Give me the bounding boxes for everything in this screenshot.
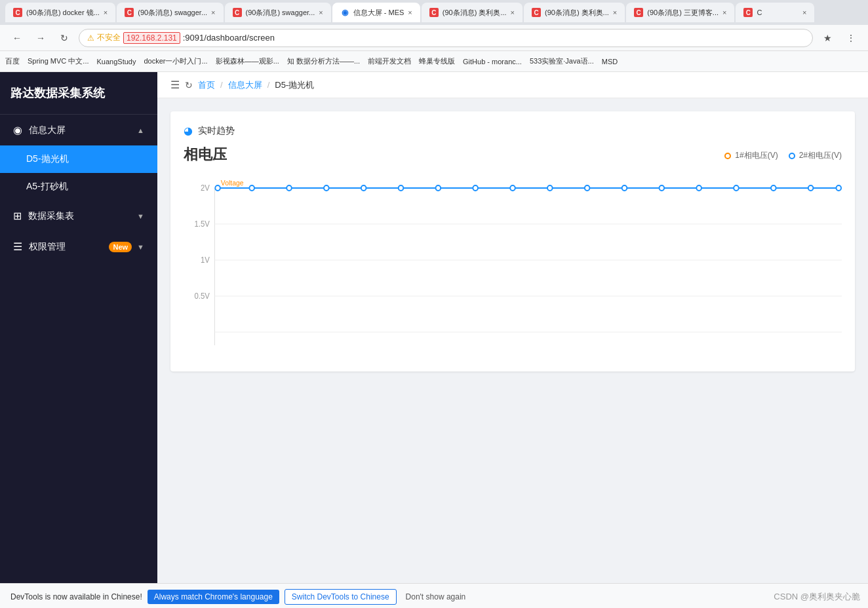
dismiss-button[interactable]: Don't show again — [402, 590, 470, 604]
tab-label-4: 信息大屏 - MES — [353, 8, 404, 18]
tab-label-1: (90条消息) docker 镜... — [26, 8, 100, 18]
svg-point-27 — [808, 185, 814, 191]
switch-devtools-button[interactable]: Switch DevTools to Chinese — [285, 589, 397, 605]
svg-point-17 — [436, 185, 441, 191]
match-language-button[interactable]: Always match Chrome's language — [148, 590, 279, 604]
tab-label-6: (90条消息) 奥利奥... — [545, 8, 609, 18]
bookmark-MSD[interactable]: MSD — [602, 58, 618, 66]
security-warning-icon: ⚠ — [87, 33, 94, 43]
tab-close-5[interactable]: × — [511, 9, 515, 16]
bookmark-Spring-MVC-中文...[interactable]: Spring MVC 中文... — [28, 56, 89, 66]
browser-tab-6[interactable]: C(90条消息) 奥利奥...× — [524, 3, 625, 22]
bookmark-KuangStudy[interactable]: KuangStudy — [97, 58, 136, 66]
sidebar-logo: 路达数据采集系统 — [0, 72, 157, 115]
sidebar-item-a5[interactable]: A5-打砂机 — [0, 173, 157, 200]
bookmark-影视森林——观影...[interactable]: 影视森林——观影... — [216, 56, 279, 66]
browser-tab-3[interactable]: C(90条消息) swagger...× — [225, 3, 331, 22]
address-highlight: 192.168.2.131 — [123, 32, 180, 44]
tab-favicon-8: C — [743, 8, 753, 17]
svg-text:Voltage: Voltage — [221, 179, 244, 187]
svg-point-13 — [286, 185, 292, 191]
infoscreen-icon: ◉ — [13, 124, 22, 136]
chevron-down-icon: ▼ — [137, 212, 144, 220]
tabs-container: C(90条消息) docker 镜...×C(90条消息) swagger...… — [5, 3, 863, 22]
tab-label-8: C — [757, 9, 762, 16]
breadcrumb-current: D5-抛光机 — [275, 79, 314, 91]
sidebar-datacollect-label: 数据采集表 — [28, 210, 74, 222]
datacollect-icon: ⊞ — [13, 210, 22, 222]
tab-favicon-3: C — [233, 8, 242, 17]
breadcrumb-sep2: / — [267, 80, 270, 90]
permissions-chevron-icon: ▼ — [137, 243, 144, 251]
bookmarks-button[interactable]: ★ — [818, 29, 837, 47]
breadcrumb-menu-icon[interactable]: ☰ — [170, 79, 180, 91]
sidebar-item-permissions[interactable]: ☰ 权限管理 New ▼ — [0, 231, 157, 262]
tab-close-1[interactable]: × — [104, 9, 108, 16]
breadcrumb-refresh-icon[interactable]: ↻ — [185, 80, 193, 90]
breadcrumb-infoscreen[interactable]: 信息大屏 — [228, 79, 262, 91]
legend-label-2: 2#相电压(V) — [799, 150, 842, 161]
bookmark-百度[interactable]: 百度 — [5, 56, 20, 66]
sidebar-item-d5[interactable]: D5-抛光机 — [0, 145, 157, 173]
svg-point-11 — [215, 185, 220, 191]
browser-tab-4[interactable]: ◉信息大屏 - MES× — [332, 3, 420, 22]
breadcrumb-home[interactable]: 首页 — [198, 79, 215, 91]
tab-close-8[interactable]: × — [802, 9, 806, 16]
tab-label-3: (90条消息) swagger... — [246, 8, 315, 18]
bookmark-知-数据分析方法——...[interactable]: 知 数据分析方法——... — [287, 56, 360, 66]
tab-close-6[interactable]: × — [613, 9, 617, 16]
tab-favicon-7: C — [634, 8, 643, 17]
svg-point-25 — [734, 185, 739, 191]
svg-point-28 — [836, 185, 841, 191]
tab-favicon-6: C — [532, 8, 541, 17]
sidebar-item-datacollect[interactable]: ⊞ 数据采集表 ▼ — [0, 200, 157, 231]
bookmark-前端开发文档[interactable]: 前端开发文档 — [368, 56, 411, 66]
card-title: 实时趋势 — [198, 125, 235, 137]
svg-point-20 — [547, 185, 553, 191]
forward-button[interactable]: → — [31, 29, 50, 47]
bookmark-GitHub---moranc...[interactable]: GitHub - moranc... — [463, 58, 522, 66]
sidebar-datacollect-left: ⊞ 数据采集表 — [13, 210, 74, 222]
more-button[interactable]: ⋮ — [842, 29, 860, 47]
browser-tab-1[interactable]: C(90条消息) docker 镜...× — [5, 3, 115, 22]
svg-point-21 — [585, 185, 590, 191]
tab-close-3[interactable]: × — [319, 9, 323, 16]
svg-point-26 — [771, 185, 776, 191]
svg-text:0.5V: 0.5V — [194, 292, 210, 300]
svg-text:2V: 2V — [201, 183, 210, 192]
browser-tab-5[interactable]: C(90条消息) 奥利奥...× — [422, 3, 523, 22]
tab-favicon-4: ◉ — [340, 8, 349, 17]
tab-favicon-1: C — [13, 8, 22, 17]
bookmark-蜂巢专线版[interactable]: 蜂巢专线版 — [419, 56, 455, 66]
legend-item-2: 2#相电压(V) — [789, 150, 842, 161]
sidebar-d5-label: D5-抛光机 — [26, 153, 69, 165]
svg-point-15 — [361, 185, 366, 191]
svg-point-19 — [510, 185, 515, 191]
csdn-watermark: CSDN @奥利奥夹心脆 — [774, 591, 860, 603]
app-layout: 路达数据采集系统 ◉ 信息大屏 ▲ D5-抛光机 A5-打砂机 ⊞ 数据采集表 … — [0, 72, 868, 583]
sidebar-infoscreen-label: 信息大屏 — [29, 124, 66, 136]
back-button[interactable]: ← — [8, 29, 26, 47]
permissions-icon: ☰ — [13, 240, 22, 253]
tab-close-2[interactable]: × — [211, 9, 215, 16]
tab-favicon-5: C — [429, 8, 439, 17]
svg-point-24 — [696, 185, 701, 191]
tab-close-4[interactable]: × — [408, 9, 412, 16]
chevron-up-icon: ▲ — [137, 126, 144, 134]
address-bar[interactable]: ⚠ 不安全 192.168.2.131 :9091/dashboard/scre… — [79, 29, 813, 47]
sidebar-item-left: ◉ 信息大屏 — [13, 124, 66, 136]
svg-text:1.5V: 1.5V — [194, 219, 210, 228]
address-suffix: :9091/dashboard/screen — [183, 33, 275, 43]
reload-button[interactable]: ↻ — [55, 29, 73, 47]
browser-tab-7[interactable]: C(90条消息) 三更博客...× — [626, 3, 734, 22]
browser-nav-bar: ← → ↻ ⚠ 不安全 192.168.2.131 :9091/dashboar… — [0, 25, 868, 51]
bookmark-docker一小时入门...[interactable]: docker一小时入门... — [144, 56, 207, 66]
legend-dot-1 — [724, 153, 731, 159]
sidebar-item-infoscreen[interactable]: ◉ 信息大屏 ▲ — [0, 115, 157, 145]
tab-label-2: (90条消息) swagger... — [138, 8, 207, 18]
tab-label-5: (90条消息) 奥利奥... — [443, 8, 507, 18]
browser-tab-8[interactable]: CC× — [736, 3, 814, 22]
tab-close-7[interactable]: × — [722, 9, 726, 16]
browser-tab-2[interactable]: C(90条消息) swagger...× — [117, 3, 223, 22]
bookmark-533实验室·Java语...[interactable]: 533实验室·Java语... — [530, 56, 594, 66]
